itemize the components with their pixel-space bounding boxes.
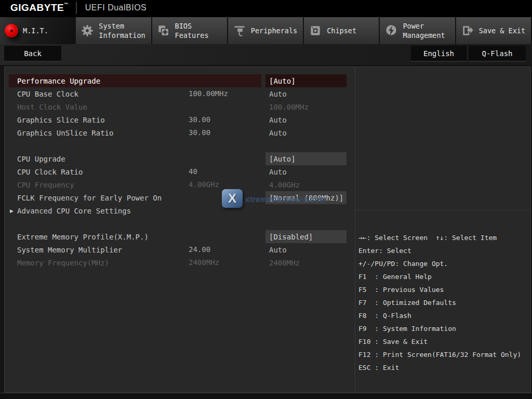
value-field: 100.00MHz bbox=[269, 103, 309, 111]
row-memory-frequency: Memory Frequency(MHz) 2400MHz 2400MHz bbox=[5, 256, 355, 269]
row-cpu-frequency: CPU Frequency 4.00GHz 4.00GHz bbox=[5, 178, 355, 191]
value-field: Auto bbox=[269, 246, 287, 254]
key-line: Enter: Select bbox=[358, 244, 530, 257]
value-field: Auto bbox=[269, 129, 287, 137]
key-legend: →←: Select Screen ↑↓: Select Item Enter:… bbox=[355, 210, 530, 374]
sub-toolbar: Back English Q-Flash bbox=[0, 44, 532, 65]
peripherals-icon bbox=[228, 24, 251, 37]
tab-chipset[interactable]: Chipset bbox=[304, 17, 380, 44]
value-field: 2400MHz bbox=[269, 259, 300, 267]
brand-divider bbox=[76, 2, 77, 14]
lightning-icon bbox=[380, 24, 403, 37]
key-line: F1 : General Help bbox=[358, 270, 530, 283]
submenu-arrow-icon: ▶ bbox=[10, 208, 17, 214]
tab-bios-features-label: BIOS Features bbox=[175, 21, 225, 40]
language-button[interactable]: English bbox=[411, 46, 467, 62]
row-performance-upgrade[interactable]: Performance Upgrade [Auto] bbox=[5, 74, 355, 87]
chipset-icon bbox=[304, 24, 327, 37]
key-line: +/-/PU/PD: Change Opt. bbox=[358, 257, 530, 270]
row-graphics-slice-ratio[interactable]: Graphics Slice Ratio 30.00 Auto bbox=[5, 113, 355, 126]
value-field: Auto bbox=[269, 116, 287, 124]
tab-mit[interactable]: M.I.T. bbox=[0, 17, 76, 44]
chip-plus-icon bbox=[152, 24, 175, 37]
tab-system-information[interactable]: System Information bbox=[76, 17, 152, 44]
key-line: ESC : Exit bbox=[358, 361, 530, 374]
value-field: [Normal (800Mhz)] bbox=[269, 194, 343, 202]
row-spacer bbox=[5, 139, 355, 152]
row-xmp[interactable]: Extreme Memory Profile(X.M.P.) [Disabled… bbox=[5, 230, 355, 243]
item-help-box bbox=[355, 67, 530, 210]
tab-peripherals-label: Peripherals bbox=[251, 26, 301, 35]
key-line: F12 : Print Screen(FAT16/32 Format Only) bbox=[358, 348, 530, 361]
tab-peripherals[interactable]: Peripherals bbox=[228, 17, 304, 44]
key-line: →←: Select Screen ↑↓: Select Item bbox=[358, 231, 530, 244]
value-field: Auto bbox=[269, 90, 287, 98]
key-line: F5 : Previous Values bbox=[358, 283, 530, 296]
row-graphics-unslice-ratio[interactable]: Graphics UnSlice Ratio 30.00 Auto bbox=[5, 126, 355, 139]
row-cpu-upgrade[interactable]: CPU Upgrade [Auto] bbox=[5, 152, 355, 165]
top-brand-bar: GIGABYTE™ UEFI DualBIOS bbox=[0, 0, 532, 16]
tab-bar: M.I.T. System Information bbox=[0, 16, 532, 44]
firmware-title: UEFI DualBIOS bbox=[85, 3, 147, 12]
key-line: F7 : Optimized Defaults bbox=[358, 296, 530, 309]
key-line: F10 : Save & Exit bbox=[358, 335, 530, 348]
value-field: 4.00GHz bbox=[269, 181, 300, 189]
tab-bios-features[interactable]: BIOS Features bbox=[152, 17, 228, 44]
value-field: [Auto] bbox=[269, 155, 296, 163]
row-system-memory-multiplier[interactable]: System Memory Multiplier 24.00 Auto bbox=[5, 243, 355, 256]
trademark-symbol: ™ bbox=[64, 2, 69, 7]
tab-power-management[interactable]: Power Management bbox=[380, 17, 456, 44]
tab-chipset-label: Chipset bbox=[327, 26, 377, 35]
settings-list: Performance Upgrade [Auto] CPU Base Cloc… bbox=[5, 67, 355, 269]
back-button[interactable]: Back bbox=[4, 46, 61, 62]
tab-save-exit[interactable]: Save & Exit bbox=[456, 17, 532, 44]
exit-icon bbox=[456, 24, 479, 37]
tab-power-management-label: Power Management bbox=[403, 21, 453, 40]
row-cpu-base-clock[interactable]: CPU Base Clock 100.00MHz Auto bbox=[5, 87, 355, 100]
help-panel: →←: Select Screen ↑↓: Select Item Enter:… bbox=[355, 66, 531, 393]
bottom-strip bbox=[0, 393, 532, 399]
tab-mit-label: M.I.T. bbox=[23, 26, 73, 35]
value-field: [Auto] bbox=[269, 77, 296, 85]
bios-screen: GIGABYTE™ UEFI DualBIOS M.I.T. System In… bbox=[0, 0, 532, 399]
value-field: Auto bbox=[269, 168, 287, 176]
row-advanced-cpu-core-settings[interactable]: ▶Advanced CPU Core Settings bbox=[5, 204, 355, 217]
row-host-clock-value: Host Clock Value 100.00MHz bbox=[5, 100, 355, 113]
row-cpu-clock-ratio[interactable]: CPU Clock Ratio 40 Auto bbox=[5, 165, 355, 178]
settings-panel: Performance Upgrade [Auto] CPU Base Cloc… bbox=[4, 66, 355, 393]
tab-save-exit-label: Save & Exit bbox=[479, 26, 529, 35]
row-fclk-frequency[interactable]: FCLK Frequency for Early Power On [Norma… bbox=[5, 191, 355, 204]
key-line: F9 : System Information bbox=[358, 322, 530, 335]
qflash-button[interactable]: Q-Flash bbox=[469, 46, 526, 62]
gear-icon bbox=[76, 24, 99, 37]
row-spacer bbox=[5, 217, 355, 230]
tab-system-information-label: System Information bbox=[99, 21, 149, 40]
mit-ball-icon bbox=[0, 24, 23, 37]
value-field: [Disabled] bbox=[269, 233, 313, 241]
gigabyte-logo: GIGABYTE™ bbox=[10, 2, 69, 14]
key-line: F8 : Q-Flash bbox=[358, 309, 530, 322]
